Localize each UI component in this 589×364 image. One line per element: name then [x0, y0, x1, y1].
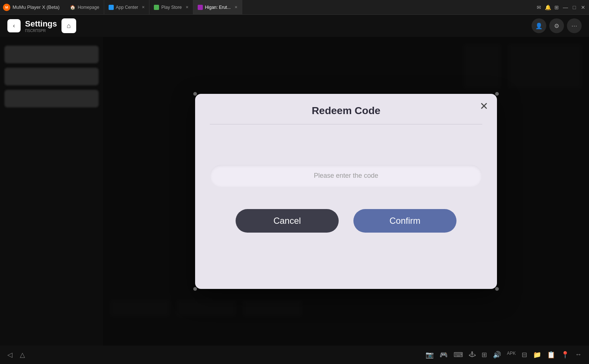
- cancel-button[interactable]: Cancel: [236, 209, 339, 233]
- controls-right: 👤 ⚙ ⋯: [532, 18, 582, 33]
- notification-icon[interactable]: 🔔: [545, 4, 551, 10]
- volume-icon[interactable]: 🔊: [493, 351, 501, 359]
- tab-close-playstore[interactable]: ✕: [186, 5, 188, 9]
- tab-close-appcenter[interactable]: ✕: [142, 5, 145, 9]
- sidebar-item-1[interactable]: [4, 46, 99, 63]
- settings-icon[interactable]: ⚙: [549, 18, 564, 33]
- home-button[interactable]: ⌂: [61, 18, 76, 33]
- bottom-toolbar: ◁ △ 📷 🎮 ⌨ 🕹 ⊞ 🔊 APK ⊟ 📁 📋 📍 ↔: [0, 346, 589, 364]
- content-area: ✕ Redeem Code Cancel Confirm: [103, 37, 589, 346]
- controller-icon[interactable]: 🕹: [469, 351, 476, 359]
- resize-handle-br[interactable]: [495, 287, 499, 291]
- minimize-button[interactable]: —: [562, 4, 568, 10]
- settings-info: Settings ΠSCRΠSPR: [25, 19, 57, 33]
- higan-icon: [198, 5, 203, 10]
- main-content: ✕ Redeem Code Cancel Confirm: [0, 37, 589, 346]
- resize-handle-tl[interactable]: [193, 92, 197, 96]
- folder-icon[interactable]: 📁: [533, 351, 541, 359]
- back-nav-icon[interactable]: ◁: [7, 351, 13, 359]
- window-controls: ✉ 🔔 ⊞ — □ ✕: [536, 4, 586, 10]
- maximize-button[interactable]: □: [571, 4, 577, 10]
- clipboard-icon[interactable]: 📋: [547, 351, 555, 359]
- bottom-left-controls: ◁ △: [7, 351, 25, 359]
- tab-close-higan[interactable]: ✕: [234, 5, 237, 9]
- dialog-close-button[interactable]: ✕: [480, 101, 488, 112]
- sidebar-item-3[interactable]: [4, 90, 99, 107]
- app-icon: M: [3, 4, 10, 11]
- tab-bar: 🏠 Homepage App Center ✕ Play Store ✕ Hig…: [66, 0, 536, 14]
- sidebar-item-2[interactable]: [4, 68, 99, 85]
- tab-playstore[interactable]: Play Store ✕: [149, 0, 193, 14]
- tab-higan[interactable]: Higan: Erut... ✕: [193, 0, 242, 14]
- resize-handle-tr[interactable]: [495, 92, 499, 96]
- more-icon[interactable]: ⋯: [567, 18, 582, 33]
- dialog-title: Redeem Code: [312, 105, 381, 117]
- app-title: MuMu Player X (Beta): [13, 4, 60, 10]
- sidebar: [0, 37, 103, 346]
- playstore-icon: [154, 5, 159, 10]
- location-icon[interactable]: 📍: [561, 351, 569, 359]
- bottom-right-controls: 📷 🎮 ⌨ 🕹 ⊞ 🔊 APK ⊟ 📁 📋 📍 ↔: [426, 351, 582, 359]
- back-button[interactable]: ‹: [7, 19, 21, 32]
- resize-handle-bl[interactable]: [193, 287, 197, 291]
- appcenter-icon: [109, 5, 114, 10]
- avatar-icon[interactable]: 👤: [532, 18, 546, 33]
- confirm-button[interactable]: Confirm: [353, 209, 456, 233]
- close-button[interactable]: ✕: [580, 4, 586, 10]
- screen-icon[interactable]: ⊞: [554, 4, 560, 10]
- mail-icon[interactable]: ✉: [536, 4, 542, 10]
- minimize-icon[interactable]: ⊟: [522, 351, 527, 359]
- code-input[interactable]: [210, 165, 482, 187]
- screen-cast-icon[interactable]: ⊞: [482, 351, 487, 359]
- dialog-buttons: Cancel Confirm: [210, 209, 482, 233]
- resize-icon[interactable]: ↔: [575, 351, 582, 359]
- gamepad-icon[interactable]: 🎮: [440, 351, 448, 359]
- tab-homepage[interactable]: 🏠 Homepage: [66, 0, 104, 14]
- home-nav-icon[interactable]: △: [20, 351, 25, 359]
- apk-icon[interactable]: APK: [507, 351, 516, 359]
- tab-appcenter[interactable]: App Center ✕: [104, 0, 150, 14]
- settings-title: Settings: [25, 19, 57, 29]
- controls-bar: ‹ Settings ΠSCRΠSPR ⌂ 👤 ⚙ ⋯: [0, 15, 589, 37]
- settings-subtitle: ΠSCRΠSPR: [25, 29, 57, 33]
- dialog-divider: [210, 124, 482, 124]
- camera-icon[interactable]: 📷: [426, 351, 434, 359]
- titlebar: M MuMu Player X (Beta) 🏠 Homepage App Ce…: [0, 0, 589, 15]
- modal-overlay: ✕ Redeem Code Cancel Confirm: [103, 37, 589, 346]
- redeem-dialog: ✕ Redeem Code Cancel Confirm: [195, 94, 497, 289]
- keyboard-icon[interactable]: ⌨: [454, 351, 463, 359]
